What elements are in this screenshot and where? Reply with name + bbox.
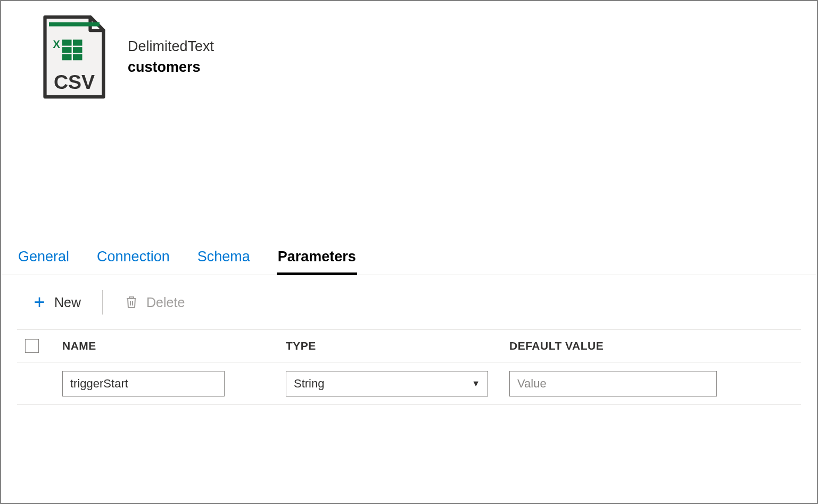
header-default-value: Default value bbox=[509, 340, 801, 352]
tab-general[interactable]: General bbox=[17, 249, 70, 275]
dataset-info: DelimitedText customers bbox=[128, 14, 214, 76]
new-button[interactable]: + New bbox=[27, 292, 86, 313]
table-row: String ▼ bbox=[17, 362, 801, 405]
toolbar-separator bbox=[102, 290, 103, 315]
svg-rect-4 bbox=[73, 47, 82, 53]
header-type: Type bbox=[286, 340, 509, 352]
new-button-label: New bbox=[54, 295, 81, 310]
trash-icon bbox=[124, 295, 139, 310]
svg-rect-5 bbox=[62, 54, 72, 60]
param-name-input[interactable] bbox=[62, 371, 225, 396]
chevron-down-icon: ▼ bbox=[472, 379, 480, 389]
param-type-select[interactable]: String ▼ bbox=[286, 371, 488, 396]
parameters-toolbar: + New Delete bbox=[1, 275, 817, 329]
tab-connection[interactable]: Connection bbox=[96, 249, 171, 275]
svg-rect-2 bbox=[73, 40, 82, 46]
delete-button-label: Delete bbox=[146, 295, 185, 310]
parameters-table: Name Type Default value String ▼ bbox=[1, 329, 817, 405]
svg-text:X: X bbox=[53, 38, 61, 50]
param-type-value: String bbox=[294, 377, 324, 391]
svg-rect-1 bbox=[62, 40, 72, 46]
dataset-name-label: customers bbox=[128, 59, 214, 76]
header-name: Name bbox=[62, 340, 286, 352]
table-header-row: Name Type Default value bbox=[17, 329, 801, 362]
dataset-header: X CSV DelimitedText customers bbox=[1, 1, 817, 100]
delete-button: Delete bbox=[119, 292, 190, 313]
tab-parameters[interactable]: Parameters bbox=[277, 249, 357, 275]
select-all-checkbox[interactable] bbox=[25, 339, 39, 353]
csv-icon-label: CSV bbox=[54, 71, 95, 93]
csv-file-icon: X CSV bbox=[41, 14, 108, 100]
param-value-input[interactable] bbox=[509, 371, 717, 396]
svg-rect-0 bbox=[49, 22, 100, 27]
plus-icon: + bbox=[32, 295, 47, 310]
svg-rect-3 bbox=[62, 47, 72, 53]
dataset-type-label: DelimitedText bbox=[128, 38, 214, 55]
svg-rect-6 bbox=[73, 54, 82, 60]
tabs-bar: General Connection Schema Parameters bbox=[1, 249, 817, 275]
tab-schema[interactable]: Schema bbox=[196, 249, 251, 275]
